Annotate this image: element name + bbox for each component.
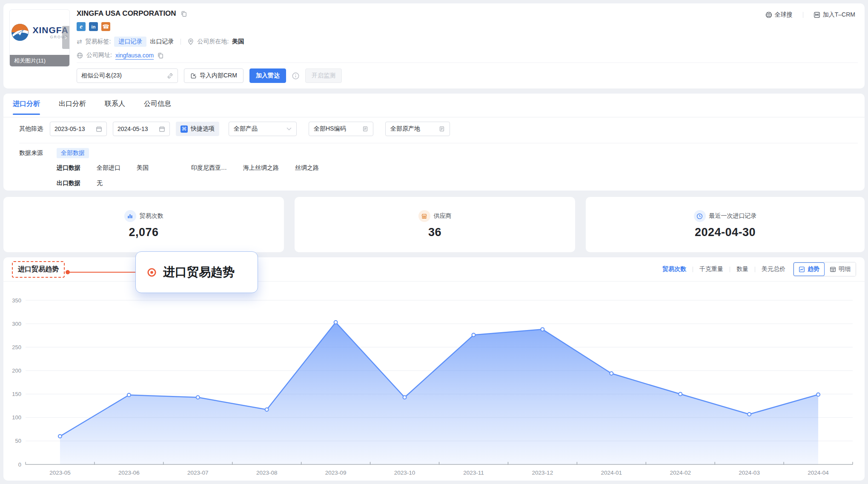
tag-export-records[interactable]: 出口记录: [150, 38, 174, 46]
import-crm-button[interactable]: 导入内部CRM: [184, 68, 243, 83]
date-from-input[interactable]: 2023-05-13: [50, 122, 107, 136]
copy-icon[interactable]: [180, 11, 187, 17]
document-icon: [439, 126, 445, 132]
date-from-value: 2023-05-13: [54, 125, 85, 132]
trade-exchange-icon: ⇄: [77, 38, 82, 46]
origin-select[interactable]: 全部原产地: [385, 122, 450, 136]
stat-value: 2,076: [129, 226, 158, 239]
callout-title: 进口贸易趋势: [163, 264, 235, 280]
all-data-chip[interactable]: 全部数据: [57, 148, 89, 158]
svg-text:2023-09: 2023-09: [325, 470, 347, 476]
tcrm-icon: [814, 11, 820, 18]
metric-usd-total[interactable]: 美元总价: [762, 265, 785, 273]
add-radar-button[interactable]: 加入雷达: [249, 68, 286, 83]
stat-value: 2024-04-30: [695, 226, 756, 239]
copy-icon[interactable]: [157, 52, 163, 59]
svg-text:0: 0: [18, 461, 21, 468]
tab-contacts[interactable]: 联系人: [105, 100, 125, 115]
tab-export-analysis[interactable]: 出口分析: [59, 100, 86, 115]
svg-text:2023-12: 2023-12: [532, 470, 553, 476]
tab-import-analysis[interactable]: 进口分析: [13, 100, 40, 115]
date-to-input[interactable]: 2024-05-13: [113, 122, 170, 136]
product-select-value: 全部产品: [234, 125, 258, 133]
chart-section-title: 进口贸易趋势: [12, 261, 65, 278]
global-search-icon: [765, 11, 772, 18]
stat-value: 36: [428, 226, 441, 239]
metric-quantity[interactable]: 数量: [736, 265, 748, 273]
tab-company-info[interactable]: 公司信息: [144, 100, 171, 115]
origin-value: 全部原产地: [390, 125, 420, 133]
svg-text:2024-04: 2024-04: [808, 470, 829, 476]
stat-card-latest-import: 最近一次进口记录 2024-04-30: [586, 197, 865, 252]
company-photo[interactable]: XINGFA GROUP 相关图片(11) ›: [9, 9, 70, 67]
add-radar-label: 加入雷达: [256, 72, 280, 80]
website-link[interactable]: xingfausa.com: [115, 52, 154, 59]
start-monitor-button[interactable]: 开启监测: [305, 68, 342, 83]
export-data-value: 无: [97, 179, 103, 187]
table-icon: [830, 266, 836, 273]
import-icon: [190, 73, 197, 79]
svg-text:150: 150: [12, 391, 21, 397]
svg-text:2024-01: 2024-01: [601, 470, 622, 476]
start-monitor-label: 开启监测: [312, 72, 335, 80]
chevron-down-icon: [286, 127, 292, 131]
photo-next-arrow[interactable]: ›: [62, 26, 69, 49]
svg-text:250: 250: [12, 344, 21, 350]
view-detail-label: 明细: [839, 265, 851, 273]
import-trend-panel: 进口贸易趋势 贸易次数 千克重量 数量 美元总价 趋势 明细: [3, 257, 865, 481]
view-detail-button[interactable]: 明细: [825, 262, 856, 276]
divider: [19, 143, 858, 143]
stat-label: 贸易次数: [140, 212, 163, 220]
callout-box: 进口贸易趋势: [135, 251, 258, 293]
svg-text:2023-05: 2023-05: [49, 470, 71, 476]
stat-card-trade-count: 贸易次数 2,076: [3, 197, 284, 252]
tag-import-records[interactable]: 进口记录: [114, 37, 146, 47]
similar-companies-label: 相似公司名(23): [81, 72, 122, 80]
divider: [693, 267, 693, 272]
view-trend-label: 趋势: [808, 265, 819, 273]
divider: [77, 63, 858, 63]
svg-text:2023-07: 2023-07: [187, 470, 209, 476]
import-source-indonesia[interactable]: 印度尼西亚…: [191, 164, 227, 172]
hs-code-select[interactable]: 全部HS编码: [309, 122, 373, 136]
related-images-label[interactable]: 相关图片(11): [10, 55, 69, 66]
website-e-icon[interactable]: e: [77, 22, 86, 31]
shop-icon: [418, 210, 430, 222]
location-pin-icon: [188, 38, 194, 45]
view-toggle: 趋势 明细: [793, 262, 856, 276]
product-select[interactable]: 全部产品: [229, 122, 297, 136]
phone-icon[interactable]: ☎: [101, 22, 110, 31]
callout-anchor-dot: [66, 270, 70, 274]
svg-text:2024-02: 2024-02: [670, 470, 691, 476]
divider: [730, 267, 730, 272]
website-label: 公司网址:: [86, 51, 112, 59]
similar-companies-button[interactable]: 相似公司名(23): [77, 68, 178, 83]
global-search-link[interactable]: 全球搜: [765, 11, 793, 19]
import-source-maritime-silk-road[interactable]: 海上丝绸之路: [243, 164, 279, 172]
metric-kg-weight[interactable]: 千克重量: [699, 265, 723, 273]
stat-label: 最近一次进口记录: [709, 212, 757, 220]
svg-text:50: 50: [15, 438, 21, 444]
import-source-all[interactable]: 全部进口: [97, 164, 120, 172]
divider: [180, 39, 181, 45]
metric-switcher: 贸易次数 千克重量 数量 美元总价: [662, 265, 785, 273]
data-source-label: 数据来源: [19, 149, 57, 157]
join-tcrm-link[interactable]: 加入T–CRM: [814, 11, 855, 19]
import-source-usa[interactable]: 美国: [137, 164, 149, 172]
quick-options-button[interactable]: ⌘ 快捷选项: [176, 122, 219, 136]
trend-chart-canvas[interactable]: 0501001502002503003502023-052023-062023-…: [3, 282, 865, 481]
linkedin-icon[interactable]: in: [89, 22, 98, 31]
location-value: 美国: [232, 38, 244, 46]
metric-trade-count[interactable]: 贸易次数: [662, 265, 686, 273]
globe-icon: [77, 52, 83, 59]
svg-text:2024-03: 2024-03: [739, 470, 760, 476]
import-source-silk-road[interactable]: 丝绸之路: [295, 164, 319, 172]
svg-text:2023-11: 2023-11: [463, 470, 484, 476]
view-trend-button[interactable]: 趋势: [794, 262, 825, 276]
other-filters-label: 其他筛选: [19, 125, 43, 133]
global-search-label: 全球搜: [775, 11, 793, 19]
xingfa-globe-logo-icon: [11, 23, 29, 42]
import-data-label: 进口数据: [57, 164, 80, 172]
svg-text:2023-06: 2023-06: [118, 470, 140, 476]
info-icon[interactable]: [292, 72, 299, 80]
